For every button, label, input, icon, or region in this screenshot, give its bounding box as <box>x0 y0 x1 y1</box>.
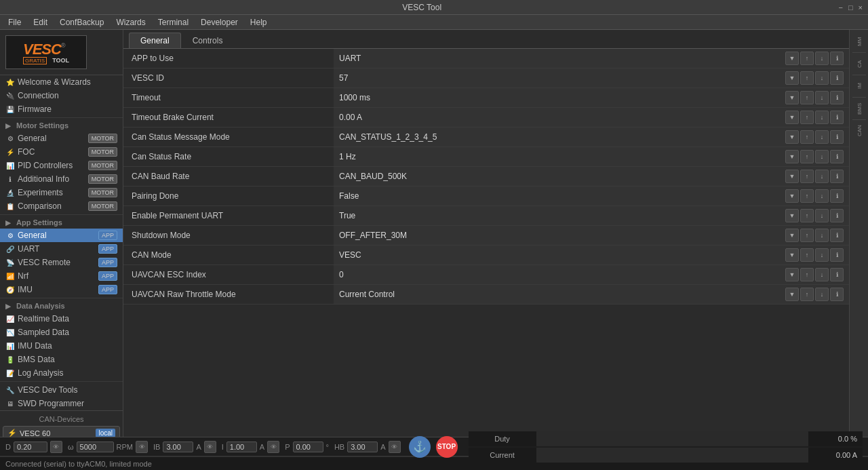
settings-info-7[interactable]: ℹ <box>830 189 844 203</box>
settings-upload-0[interactable]: ↑ <box>800 52 814 65</box>
settings-info-8[interactable]: ℹ <box>830 209 844 222</box>
settings-dropdown-7[interactable]: ▼ <box>785 189 799 203</box>
sidebar-item-uart[interactable]: 🔗UARTAPP <box>0 242 123 256</box>
settings-download-12[interactable]: ↓ <box>815 288 829 301</box>
stop-button[interactable]: STOP <box>436 436 458 458</box>
sidebar-item-additional-info[interactable]: ℹAdditional InfoMOTOR <box>0 172 123 186</box>
current-eye-btn[interactable]: 👁 <box>267 441 279 453</box>
close-button[interactable]: × <box>859 3 863 12</box>
settings-download-5[interactable]: ↓ <box>815 150 829 163</box>
sidebar-item-vesc-dev-tools[interactable]: 🔧VESC Dev Tools <box>0 383 123 397</box>
settings-dropdown-4[interactable]: ▼ <box>785 130 799 144</box>
rt-button-mm[interactable]: MM <box>851 33 867 50</box>
settings-info-6[interactable]: ℹ <box>830 170 844 183</box>
settings-info-4[interactable]: ℹ <box>830 130 844 144</box>
settings-upload-9[interactable]: ↑ <box>800 229 814 242</box>
settings-download-6[interactable]: ↓ <box>815 170 829 183</box>
settings-info-11[interactable]: ℹ <box>830 268 844 281</box>
sidebar-item-imu-data[interactable]: 📊IMU Data <box>0 339 123 353</box>
menu-item-help[interactable]: Help <box>245 16 273 28</box>
settings-info-10[interactable]: ℹ <box>830 248 844 262</box>
sidebar-item-sampled-data[interactable]: 📉Sampled Data <box>0 326 123 339</box>
settings-download-10[interactable]: ↓ <box>815 248 829 262</box>
tab-controls[interactable]: Controls <box>181 33 235 48</box>
settings-upload-5[interactable]: ↑ <box>800 150 814 163</box>
sidebar-item-firmware[interactable]: 💾Firmware <box>0 102 123 116</box>
settings-info-0[interactable]: ℹ <box>830 52 844 65</box>
menu-item-wizards[interactable]: Wizards <box>111 16 151 28</box>
sidebar-item-pid-controllers[interactable]: 📊PID ControllersMOTOR <box>0 159 123 172</box>
settings-dropdown-0[interactable]: ▼ <box>785 52 799 65</box>
sidebar-item-nrf[interactable]: 📶NrfAPP <box>0 269 123 283</box>
anchor-button[interactable]: ⚓ <box>409 436 431 458</box>
settings-info-3[interactable]: ℹ <box>830 111 844 124</box>
sidebar-item-general[interactable]: ⚙GeneralMOTOR <box>0 132 123 145</box>
rpm-input[interactable] <box>77 442 114 452</box>
settings-dropdown-5[interactable]: ▼ <box>785 150 799 163</box>
sidebar-item-log-analysis[interactable]: 📝Log Analysis <box>0 366 123 380</box>
settings-dropdown-10[interactable]: ▼ <box>785 248 799 262</box>
ib-input[interactable] <box>163 442 193 452</box>
sidebar-item-connection[interactable]: 🔌Connection <box>0 89 123 102</box>
menu-item-edit[interactable]: Edit <box>28 16 53 28</box>
ib-eye-btn[interactable]: 👁 <box>204 441 216 453</box>
settings-upload-11[interactable]: ↑ <box>800 268 814 281</box>
settings-dropdown-8[interactable]: ▼ <box>785 209 799 222</box>
settings-upload-8[interactable]: ↑ <box>800 209 814 222</box>
menu-item-terminal[interactable]: Terminal <box>153 16 194 28</box>
settings-download-8[interactable]: ↓ <box>815 209 829 222</box>
settings-upload-3[interactable]: ↑ <box>800 111 814 124</box>
sidebar-item-welcome-&-wizards[interactable]: ⭐Welcome & Wizards <box>0 75 123 89</box>
sidebar-item-comparison[interactable]: 📋ComparisonMOTOR <box>0 199 123 213</box>
tab-general[interactable]: General <box>129 33 181 48</box>
duty-input[interactable] <box>14 442 47 452</box>
duty-eye-btn[interactable]: 👁 <box>50 441 62 453</box>
sidebar-item-general[interactable]: ⚙GeneralAPP <box>0 229 123 242</box>
rt-button-can[interactable]: CAN <box>851 123 867 139</box>
menu-item-confbackup[interactable]: ConfBackup <box>54 16 109 28</box>
settings-info-2[interactable]: ℹ <box>830 91 844 104</box>
settings-upload-4[interactable]: ↑ <box>800 130 814 144</box>
maximize-button[interactable]: □ <box>848 3 853 12</box>
pos-input[interactable] <box>293 442 323 452</box>
hb-eye-btn[interactable]: 👁 <box>389 441 401 453</box>
settings-download-7[interactable]: ↓ <box>815 189 829 203</box>
settings-download-1[interactable]: ↓ <box>815 71 829 85</box>
settings-dropdown-11[interactable]: ▼ <box>785 268 799 281</box>
settings-info-1[interactable]: ℹ <box>830 71 844 85</box>
sidebar-item-swd-programmer[interactable]: 🖥SWD Programmer <box>0 397 123 410</box>
can-device-item[interactable]: ⚡VESC 60local <box>3 426 120 437</box>
settings-info-12[interactable]: ℹ <box>830 288 844 301</box>
sidebar-item-foc[interactable]: ⚡FOCMOTOR <box>0 145 123 159</box>
settings-upload-6[interactable]: ↑ <box>800 170 814 183</box>
settings-dropdown-9[interactable]: ▼ <box>785 229 799 242</box>
menu-item-developer[interactable]: Developer <box>195 16 243 28</box>
settings-dropdown-2[interactable]: ▼ <box>785 91 799 104</box>
settings-dropdown-6[interactable]: ▼ <box>785 170 799 183</box>
settings-info-9[interactable]: ℹ <box>830 229 844 242</box>
settings-upload-1[interactable]: ↑ <box>800 71 814 85</box>
minimize-button[interactable]: − <box>838 3 842 12</box>
settings-upload-2[interactable]: ↑ <box>800 91 814 104</box>
settings-dropdown-1[interactable]: ▼ <box>785 71 799 85</box>
settings-download-3[interactable]: ↓ <box>815 111 829 124</box>
rpm-eye-btn[interactable]: 👁 <box>136 441 148 453</box>
settings-download-9[interactable]: ↓ <box>815 229 829 242</box>
settings-upload-12[interactable]: ↑ <box>800 288 814 301</box>
sidebar-item-bms-data[interactable]: 🔋BMS Data <box>0 353 123 366</box>
hb-input[interactable] <box>347 442 378 452</box>
menu-item-file[interactable]: File <box>3 16 26 28</box>
settings-upload-7[interactable]: ↑ <box>800 189 814 203</box>
sidebar-item-experiments[interactable]: 🔬ExperimentsMOTOR <box>0 186 123 199</box>
settings-info-5[interactable]: ℹ <box>830 150 844 163</box>
settings-dropdown-3[interactable]: ▼ <box>785 111 799 124</box>
settings-dropdown-12[interactable]: ▼ <box>785 288 799 301</box>
sidebar-item-realtime-data[interactable]: 📈Realtime Data <box>0 312 123 326</box>
current-input[interactable] <box>226 442 257 452</box>
rt-button-ca[interactable]: CA <box>851 56 867 72</box>
settings-download-4[interactable]: ↓ <box>815 130 829 144</box>
sidebar-item-imu[interactable]: 🧭IMUAPP <box>0 283 123 296</box>
rt-button-bms[interactable]: BMS <box>851 100 867 117</box>
settings-download-0[interactable]: ↓ <box>815 52 829 65</box>
sidebar-item-vesc-remote[interactable]: 📡VESC RemoteAPP <box>0 256 123 269</box>
